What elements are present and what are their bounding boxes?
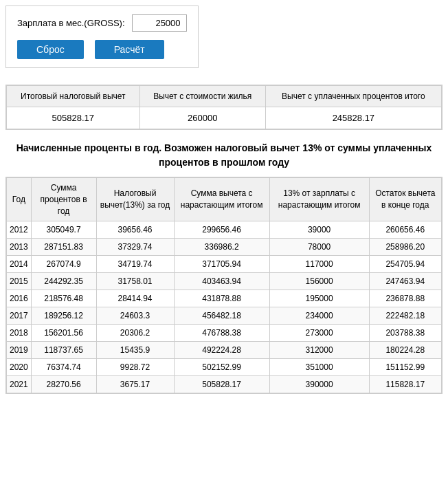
salary-input[interactable] <box>132 14 187 32</box>
table-cell: 390000 <box>269 376 369 393</box>
main-header: Сумма процентов в год <box>31 178 96 221</box>
table-cell: 247463.94 <box>369 273 441 290</box>
table-cell: 203788.38 <box>369 325 441 342</box>
table-cell: 28414.94 <box>96 290 174 307</box>
table-cell: 3675.17 <box>96 376 174 393</box>
table-cell: 39656.46 <box>96 221 174 239</box>
top-section: Зарплата в мес.(GROSS): Сброс Расчёт <box>5 6 199 68</box>
table-cell: 31758.01 <box>96 273 174 290</box>
table-cell: 236878.88 <box>369 290 441 307</box>
table-cell: 476788.38 <box>174 325 269 342</box>
table-cell: 267074.9 <box>31 256 96 273</box>
table-cell: 234000 <box>269 307 369 325</box>
table-cell: 195000 <box>269 290 369 307</box>
table-row: 202076374.749928.72502152.99351000151152… <box>7 359 442 376</box>
table-cell: 2019 <box>7 342 32 359</box>
table-cell: 2020 <box>7 359 32 376</box>
table-cell: 305049.7 <box>31 221 96 239</box>
table-cell: 260656.46 <box>369 221 441 239</box>
table-cell: 180224.28 <box>369 342 441 359</box>
summary-value-2: 245828.17 <box>265 107 441 129</box>
table-cell: 117000 <box>269 256 369 273</box>
table-cell: 24603.3 <box>96 307 174 325</box>
table-cell: 2021 <box>7 376 32 393</box>
table-cell: 37329.74 <box>96 239 174 256</box>
table-cell: 189256.12 <box>31 307 96 325</box>
table-cell: 20306.2 <box>96 325 174 342</box>
main-header: Налоговый вычет(13%) за год <box>96 178 174 221</box>
table-cell: 258986.20 <box>369 239 441 256</box>
table-row: 2018156201.5620306.2476788.3827300020378… <box>7 325 442 342</box>
table-row: 2014267074.934719.74371705.9411700025470… <box>7 256 442 273</box>
table-cell: 2014 <box>7 256 32 273</box>
table-cell: 2012 <box>7 221 32 239</box>
table-row: 2013287151.8337329.74336986.278000258986… <box>7 239 442 256</box>
table-cell: 336986.2 <box>174 239 269 256</box>
table-cell: 2013 <box>7 239 32 256</box>
table-cell: 218576.48 <box>31 290 96 307</box>
table-cell: 502152.99 <box>174 359 269 376</box>
main-table-wrapper: ГодСумма процентов в годНалоговый вычет(… <box>5 177 443 394</box>
table-cell: 505828.17 <box>174 376 269 393</box>
btn-row: Сброс Расчёт <box>17 40 187 59</box>
table-cell: 456482.18 <box>174 307 269 325</box>
notice-text: Начисленные проценты в год. Возможен нал… <box>5 141 443 170</box>
table-cell: 156000 <box>269 273 369 290</box>
table-cell: 151152.99 <box>369 359 441 376</box>
summary-header-2: Вычет с уплаченных процентов итого <box>265 86 441 107</box>
summary-table: Итоговый налоговый вычет Вычет с стоимос… <box>6 85 442 129</box>
table-cell: 244292.35 <box>31 273 96 290</box>
main-header: 13% от зарплаты с нарастающим итогом <box>269 178 369 221</box>
table-cell: 78000 <box>269 239 369 256</box>
table-cell: 254705.94 <box>369 256 441 273</box>
summary-value-0: 505828.17 <box>7 107 140 129</box>
table-cell: 287151.83 <box>31 239 96 256</box>
summary-header-1: Вычет с стоимости жилья <box>139 86 265 107</box>
table-cell: 273000 <box>269 325 369 342</box>
main-header: Сумма вычета с нарастающим итогом <box>174 178 269 221</box>
table-cell: 222482.18 <box>369 307 441 325</box>
table-cell: 39000 <box>269 221 369 239</box>
reset-button[interactable]: Сброс <box>17 40 84 59</box>
table-cell: 371705.94 <box>174 256 269 273</box>
table-cell: 492224.28 <box>174 342 269 359</box>
table-cell: 2015 <box>7 273 32 290</box>
table-cell: 299656.46 <box>174 221 269 239</box>
table-cell: 34719.74 <box>96 256 174 273</box>
table-cell: 403463.94 <box>174 273 269 290</box>
table-cell: 351000 <box>269 359 369 376</box>
main-table: ГодСумма процентов в годНалоговый вычет(… <box>6 177 442 393</box>
summary-value-1: 260000 <box>139 107 265 129</box>
salary-label: Зарплата в мес.(GROSS): <box>17 18 125 28</box>
table-cell: 76374.74 <box>31 359 96 376</box>
table-cell: 2017 <box>7 307 32 325</box>
table-cell: 312000 <box>269 342 369 359</box>
calc-button[interactable]: Расчёт <box>95 40 164 59</box>
table-cell: 115828.17 <box>369 376 441 393</box>
salary-row: Зарплата в мес.(GROSS): <box>17 14 187 32</box>
table-cell: 431878.88 <box>174 290 269 307</box>
summary-table-wrapper: Итоговый налоговый вычет Вычет с стоимос… <box>5 85 443 130</box>
summary-header-0: Итоговый налоговый вычет <box>7 86 140 107</box>
table-cell: 156201.56 <box>31 325 96 342</box>
table-row: 2019118737.6515435.9492224.2831200018022… <box>7 342 442 359</box>
table-row: 2012305049.739656.46299656.4639000260656… <box>7 221 442 239</box>
table-row: 2017189256.1224603.3456482.1823400022248… <box>7 307 442 325</box>
table-row: 202128270.563675.17505828.17390000115828… <box>7 376 442 393</box>
table-row: 2016218576.4828414.94431878.881950002368… <box>7 290 442 307</box>
main-header: Год <box>7 178 32 221</box>
table-cell: 118737.65 <box>31 342 96 359</box>
table-cell: 15435.9 <box>96 342 174 359</box>
table-cell: 2016 <box>7 290 32 307</box>
table-cell: 28270.56 <box>31 376 96 393</box>
table-cell: 2018 <box>7 325 32 342</box>
table-cell: 9928.72 <box>96 359 174 376</box>
table-row: 2015244292.3531758.01403463.941560002474… <box>7 273 442 290</box>
main-header: Остаток вычета в конце года <box>369 178 441 221</box>
